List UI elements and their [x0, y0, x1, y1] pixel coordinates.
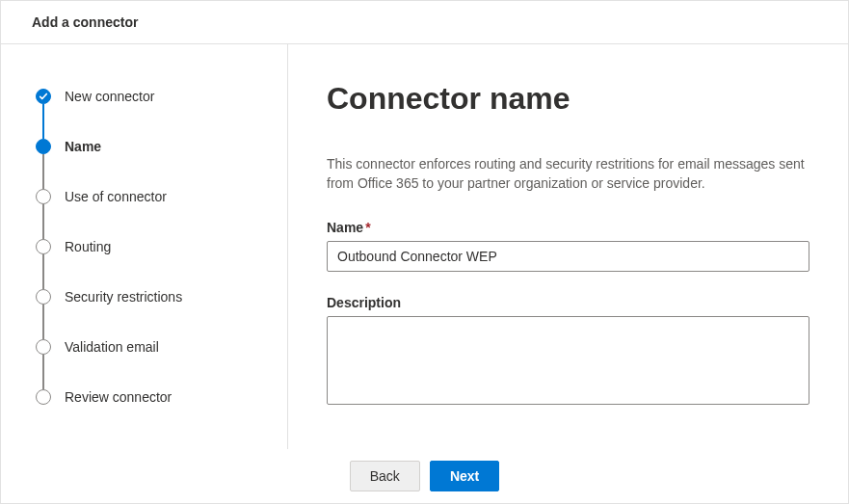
- wizard-steps-sidebar: New connector Name Use of connector Rout…: [1, 44, 288, 449]
- page-title: Connector name: [327, 81, 809, 117]
- wizard-footer: Back Next: [1, 449, 848, 503]
- pending-step-icon: [36, 239, 51, 254]
- pending-step-icon: [36, 389, 51, 405]
- description-textarea[interactable]: [327, 316, 809, 405]
- pending-step-icon: [36, 339, 51, 355]
- step-connector-line: [42, 305, 44, 339]
- back-button[interactable]: Back: [350, 461, 420, 491]
- step-label: Validation email: [65, 339, 159, 355]
- pending-step-icon: [36, 189, 51, 204]
- step-label: Review connector: [65, 389, 172, 405]
- step-label: Name: [65, 139, 101, 154]
- step-security-restrictions[interactable]: Security restrictions: [36, 272, 268, 322]
- name-field-group: Name*: [327, 220, 809, 272]
- name-input[interactable]: [327, 241, 809, 272]
- name-label: Name*: [327, 220, 809, 235]
- step-label: Use of connector: [65, 189, 167, 204]
- page-description: This connector enforces routing and secu…: [327, 155, 809, 193]
- step-label: New connector: [65, 89, 154, 104]
- step-use-of-connector[interactable]: Use of connector: [36, 172, 268, 222]
- description-field-group: Description: [327, 295, 809, 409]
- step-validation-email[interactable]: Validation email: [36, 322, 268, 372]
- current-step-icon: [36, 139, 51, 154]
- pending-step-icon: [36, 289, 51, 305]
- header-title: Add a connector: [32, 14, 138, 30]
- step-new-connector[interactable]: New connector: [36, 71, 268, 121]
- step-name[interactable]: Name: [36, 121, 268, 172]
- next-button[interactable]: Next: [430, 461, 499, 491]
- step-review-connector[interactable]: Review connector: [36, 372, 268, 422]
- step-connector-line: [42, 204, 44, 239]
- step-connector-line: [42, 355, 44, 389]
- step-label: Security restrictions: [65, 289, 182, 305]
- checkmark-icon: [36, 89, 51, 104]
- step-connector-line: [42, 154, 44, 189]
- required-asterisk: *: [365, 220, 370, 235]
- description-label: Description: [327, 295, 809, 310]
- step-routing[interactable]: Routing: [36, 222, 268, 272]
- step-label: Routing: [65, 239, 111, 254]
- page-header: Add a connector: [1, 1, 848, 44]
- step-connector-line: [42, 104, 44, 139]
- step-connector-line: [42, 254, 44, 289]
- main-content: Connector name This connector enforces r…: [288, 44, 848, 449]
